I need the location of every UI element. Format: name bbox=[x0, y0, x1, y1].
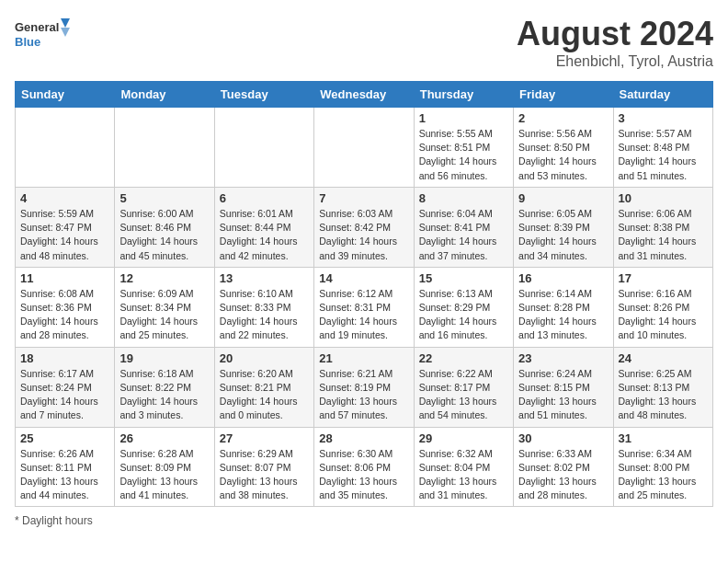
day-number: 24 bbox=[619, 351, 708, 365]
calendar-day-cell: 26Sunrise: 6:28 AM Sunset: 8:09 PM Dayli… bbox=[115, 427, 214, 507]
day-number: 28 bbox=[319, 431, 408, 445]
calendar-day-cell: 27Sunrise: 6:29 AM Sunset: 8:07 PM Dayli… bbox=[214, 427, 313, 507]
day-number: 13 bbox=[220, 271, 309, 285]
day-number: 25 bbox=[20, 431, 109, 445]
col-header-tuesday: Tuesday bbox=[214, 82, 313, 108]
calendar-day-cell bbox=[115, 108, 214, 188]
day-number: 31 bbox=[619, 431, 708, 445]
day-info: Sunrise: 6:21 AM Sunset: 8:19 PM Dayligh… bbox=[319, 367, 408, 423]
day-info: Sunrise: 6:00 AM Sunset: 8:46 PM Dayligh… bbox=[119, 207, 209, 263]
day-info: Sunrise: 6:09 AM Sunset: 8:34 PM Dayligh… bbox=[119, 287, 209, 343]
month-year-title: August 2024 bbox=[517, 15, 713, 53]
calendar-day-cell: 6Sunrise: 6:01 AM Sunset: 8:44 PM Daylig… bbox=[214, 187, 313, 267]
calendar-day-cell: 23Sunrise: 6:24 AM Sunset: 8:15 PM Dayli… bbox=[514, 347, 613, 427]
calendar-day-cell: 16Sunrise: 6:14 AM Sunset: 8:28 PM Dayli… bbox=[514, 267, 613, 347]
day-info: Sunrise: 6:29 AM Sunset: 8:07 PM Dayligh… bbox=[220, 447, 309, 503]
day-number: 19 bbox=[119, 351, 209, 365]
day-number: 16 bbox=[518, 271, 608, 285]
calendar-day-cell: 19Sunrise: 6:18 AM Sunset: 8:22 PM Dayli… bbox=[115, 347, 214, 427]
day-info: Sunrise: 6:25 AM Sunset: 8:13 PM Dayligh… bbox=[619, 367, 708, 423]
calendar-day-cell: 10Sunrise: 6:06 AM Sunset: 8:38 PM Dayli… bbox=[613, 187, 712, 267]
calendar-day-cell bbox=[16, 108, 115, 188]
day-number: 9 bbox=[518, 191, 608, 205]
calendar-week-row: 18Sunrise: 6:17 AM Sunset: 8:24 PM Dayli… bbox=[16, 347, 713, 427]
day-info: Sunrise: 6:17 AM Sunset: 8:24 PM Dayligh… bbox=[20, 367, 109, 423]
day-number: 3 bbox=[619, 111, 708, 125]
day-number: 4 bbox=[20, 191, 109, 205]
calendar-day-cell: 17Sunrise: 6:16 AM Sunset: 8:26 PM Dayli… bbox=[613, 267, 712, 347]
svg-text:General: General bbox=[15, 20, 59, 34]
day-info: Sunrise: 6:03 AM Sunset: 8:42 PM Dayligh… bbox=[319, 207, 408, 263]
page-header: General Blue August 2024 Ehenbichl, Tyro… bbox=[15, 15, 713, 70]
day-number: 10 bbox=[619, 191, 708, 205]
calendar-day-cell: 18Sunrise: 6:17 AM Sunset: 8:24 PM Dayli… bbox=[16, 347, 115, 427]
calendar-header-row: SundayMondayTuesdayWednesdayThursdayFrid… bbox=[16, 82, 713, 108]
day-info: Sunrise: 6:06 AM Sunset: 8:38 PM Dayligh… bbox=[619, 207, 708, 263]
day-number: 17 bbox=[619, 271, 708, 285]
day-number: 20 bbox=[220, 351, 309, 365]
day-info: Sunrise: 6:08 AM Sunset: 8:36 PM Dayligh… bbox=[20, 287, 109, 343]
calendar-day-cell: 28Sunrise: 6:30 AM Sunset: 8:06 PM Dayli… bbox=[314, 427, 414, 507]
day-number: 5 bbox=[119, 191, 209, 205]
day-info: Sunrise: 5:59 AM Sunset: 8:47 PM Dayligh… bbox=[20, 207, 109, 263]
calendar-week-row: 4Sunrise: 5:59 AM Sunset: 8:47 PM Daylig… bbox=[16, 187, 713, 267]
calendar-day-cell: 9Sunrise: 6:05 AM Sunset: 8:39 PM Daylig… bbox=[514, 187, 613, 267]
calendar-day-cell: 22Sunrise: 6:22 AM Sunset: 8:17 PM Dayli… bbox=[414, 347, 513, 427]
calendar-day-cell: 11Sunrise: 6:08 AM Sunset: 8:36 PM Dayli… bbox=[16, 267, 115, 347]
day-info: Sunrise: 6:34 AM Sunset: 8:00 PM Dayligh… bbox=[619, 447, 708, 503]
calendar-day-cell bbox=[214, 108, 313, 188]
day-number: 1 bbox=[419, 111, 508, 125]
calendar-day-cell: 3Sunrise: 5:57 AM Sunset: 8:48 PM Daylig… bbox=[613, 108, 712, 188]
calendar-day-cell: 12Sunrise: 6:09 AM Sunset: 8:34 PM Dayli… bbox=[115, 267, 214, 347]
day-info: Sunrise: 6:13 AM Sunset: 8:29 PM Dayligh… bbox=[419, 287, 508, 343]
calendar-day-cell: 30Sunrise: 6:33 AM Sunset: 8:02 PM Dayli… bbox=[514, 427, 613, 507]
day-info: Sunrise: 6:01 AM Sunset: 8:44 PM Dayligh… bbox=[220, 207, 309, 263]
calendar-day-cell: 14Sunrise: 6:12 AM Sunset: 8:31 PM Dayli… bbox=[314, 267, 414, 347]
day-number: 15 bbox=[419, 271, 508, 285]
calendar-day-cell: 4Sunrise: 5:59 AM Sunset: 8:47 PM Daylig… bbox=[16, 187, 115, 267]
day-info: Sunrise: 6:12 AM Sunset: 8:31 PM Dayligh… bbox=[319, 287, 408, 343]
calendar-table: SundayMondayTuesdayWednesdayThursdayFrid… bbox=[15, 81, 713, 507]
calendar-day-cell: 5Sunrise: 6:00 AM Sunset: 8:46 PM Daylig… bbox=[115, 187, 214, 267]
day-number: 29 bbox=[419, 431, 508, 445]
day-number: 22 bbox=[419, 351, 508, 365]
day-info: Sunrise: 6:20 AM Sunset: 8:21 PM Dayligh… bbox=[220, 367, 309, 423]
day-info: Sunrise: 6:14 AM Sunset: 8:28 PM Dayligh… bbox=[518, 287, 608, 343]
day-number: 18 bbox=[20, 351, 109, 365]
day-info: Sunrise: 6:22 AM Sunset: 8:17 PM Dayligh… bbox=[419, 367, 508, 423]
calendar-day-cell: 20Sunrise: 6:20 AM Sunset: 8:21 PM Dayli… bbox=[214, 347, 313, 427]
day-info: Sunrise: 6:10 AM Sunset: 8:33 PM Dayligh… bbox=[220, 287, 309, 343]
day-info: Sunrise: 6:18 AM Sunset: 8:22 PM Dayligh… bbox=[119, 367, 209, 423]
svg-marker-2 bbox=[61, 18, 70, 28]
day-info: Sunrise: 5:55 AM Sunset: 8:51 PM Dayligh… bbox=[419, 127, 508, 183]
day-number: 30 bbox=[518, 431, 608, 445]
day-number: 7 bbox=[319, 191, 408, 205]
day-number: 26 bbox=[119, 431, 209, 445]
day-info: Sunrise: 5:56 AM Sunset: 8:50 PM Dayligh… bbox=[518, 127, 608, 183]
day-info: Sunrise: 5:57 AM Sunset: 8:48 PM Dayligh… bbox=[619, 127, 708, 183]
calendar-day-cell: 21Sunrise: 6:21 AM Sunset: 8:19 PM Dayli… bbox=[314, 347, 414, 427]
day-number: 21 bbox=[319, 351, 408, 365]
day-info: Sunrise: 6:16 AM Sunset: 8:26 PM Dayligh… bbox=[619, 287, 708, 343]
col-header-wednesday: Wednesday bbox=[314, 82, 414, 108]
calendar-day-cell: 8Sunrise: 6:04 AM Sunset: 8:41 PM Daylig… bbox=[414, 187, 513, 267]
day-number: 23 bbox=[518, 351, 608, 365]
footer-note: * Daylight hours bbox=[15, 514, 713, 527]
title-block: August 2024 Ehenbichl, Tyrol, Austria bbox=[517, 15, 713, 70]
calendar-day-cell: 24Sunrise: 6:25 AM Sunset: 8:13 PM Dayli… bbox=[613, 347, 712, 427]
svg-marker-3 bbox=[61, 28, 70, 37]
calendar-day-cell: 25Sunrise: 6:26 AM Sunset: 8:11 PM Dayli… bbox=[16, 427, 115, 507]
day-number: 11 bbox=[20, 271, 109, 285]
generalblue-logo: General Blue bbox=[15, 15, 70, 55]
day-info: Sunrise: 6:24 AM Sunset: 8:15 PM Dayligh… bbox=[518, 367, 608, 423]
day-number: 14 bbox=[319, 271, 408, 285]
day-number: 8 bbox=[419, 191, 508, 205]
day-number: 6 bbox=[220, 191, 309, 205]
day-info: Sunrise: 6:26 AM Sunset: 8:11 PM Dayligh… bbox=[20, 447, 109, 503]
daylight-label: Daylight hours bbox=[22, 514, 93, 527]
location-subtitle: Ehenbichl, Tyrol, Austria bbox=[517, 53, 713, 70]
calendar-day-cell: 1Sunrise: 5:55 AM Sunset: 8:51 PM Daylig… bbox=[414, 108, 513, 188]
day-number: 12 bbox=[119, 271, 209, 285]
col-header-sunday: Sunday bbox=[16, 82, 115, 108]
day-info: Sunrise: 6:32 AM Sunset: 8:04 PM Dayligh… bbox=[419, 447, 508, 503]
